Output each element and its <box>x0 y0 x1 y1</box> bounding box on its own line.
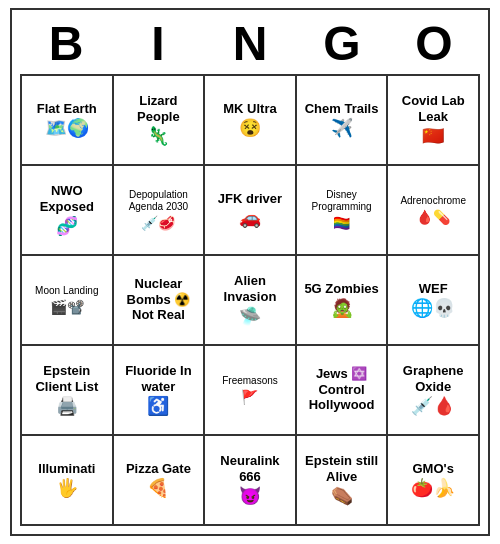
cell-text-16: Fluoride In water <box>117 363 201 394</box>
cell-text-14: WEF <box>419 281 448 297</box>
cell-emoji-14: 🌐💀 <box>411 298 455 320</box>
cell-emoji-5: 🧬 <box>56 216 78 238</box>
cell-text-5: NWO Exposed <box>25 183 109 214</box>
cell-text-15: Epstein Client List <box>25 363 109 394</box>
bingo-cell-1[interactable]: Lizard People🦎 <box>114 76 206 166</box>
cell-text-12: Alien Invasion <box>208 273 292 304</box>
bingo-header: B I N G O <box>20 18 480 71</box>
cell-emoji-21: 🍕 <box>147 478 169 500</box>
bingo-cell-2[interactable]: MK Ultra😵 <box>205 76 297 166</box>
bingo-cell-17[interactable]: Freemasons🚩 <box>205 346 297 436</box>
cell-emoji-15: 🖨️ <box>56 396 78 418</box>
bingo-cell-24[interactable]: GMO's🍅🍌 <box>388 436 480 526</box>
cell-emoji-16: ♿ <box>147 396 169 418</box>
cell-text-20: Illuminati <box>38 461 95 477</box>
bingo-cell-3[interactable]: Chem Trails✈️ <box>297 76 389 166</box>
letter-o: O <box>390 18 478 71</box>
cell-emoji-0: 🗺️🌍 <box>45 118 89 140</box>
bingo-cell-5[interactable]: NWO Exposed🧬 <box>22 166 114 256</box>
cell-text-13: 5G Zombies <box>304 281 378 297</box>
cell-text-21: Pizza Gate <box>126 461 191 477</box>
bingo-cell-10[interactable]: Moon Landing🎬📽️ <box>22 256 114 346</box>
cell-text-23: Epstein still Alive <box>300 453 384 484</box>
cell-text-8: Disney Programming <box>300 189 384 213</box>
bingo-cell-20[interactable]: Illuminati🖐️ <box>22 436 114 526</box>
cell-text-0: Flat Earth <box>37 101 97 117</box>
cell-emoji-13: 🧟 <box>331 298 353 320</box>
bingo-cell-0[interactable]: Flat Earth🗺️🌍 <box>22 76 114 166</box>
cell-emoji-20: 🖐️ <box>56 478 78 500</box>
cell-text-11: Nuclear Bombs ☢️ Not Real <box>117 276 201 323</box>
cell-text-6: Depopulation Agenda 2030 <box>117 189 201 213</box>
bingo-cell-21[interactable]: Pizza Gate🍕 <box>114 436 206 526</box>
cell-emoji-22: 😈 <box>239 486 261 508</box>
cell-text-19: Graphene Oxide <box>391 363 475 394</box>
bingo-cell-11[interactable]: Nuclear Bombs ☢️ Not Real <box>114 256 206 346</box>
cell-text-2: MK Ultra <box>223 101 276 117</box>
bingo-cell-8[interactable]: Disney Programming🏳️‍🌈 <box>297 166 389 256</box>
bingo-cell-13[interactable]: 5G Zombies🧟 <box>297 256 389 346</box>
cell-text-1: Lizard People <box>117 93 201 124</box>
cell-text-3: Chem Trails <box>305 101 379 117</box>
cell-emoji-24: 🍅🍌 <box>411 478 455 500</box>
letter-i: I <box>114 18 202 71</box>
bingo-cell-19[interactable]: Graphene Oxide💉🩸 <box>388 346 480 436</box>
bingo-cell-4[interactable]: Covid Lab Leak🇨🇳 <box>388 76 480 166</box>
cell-emoji-4: 🇨🇳 <box>422 126 444 148</box>
bingo-cell-15[interactable]: Epstein Client List🖨️ <box>22 346 114 436</box>
bingo-cell-9[interactable]: Adrenochrome🩸💊 <box>388 166 480 256</box>
cell-text-18: Jews ✡️ Control Hollywood <box>300 366 384 413</box>
cell-text-17: Freemasons <box>222 375 278 387</box>
cell-text-9: Adrenochrome <box>400 195 466 207</box>
cell-text-22: Neuralink 666 <box>208 453 292 484</box>
cell-emoji-2: 😵 <box>239 118 261 140</box>
cell-text-24: GMO's <box>413 461 454 477</box>
cell-emoji-19: 💉🩸 <box>411 396 455 418</box>
cell-emoji-23: ⚰️ <box>331 486 353 508</box>
bingo-cell-6[interactable]: Depopulation Agenda 2030💉🥩 <box>114 166 206 256</box>
cell-emoji-1: 🦎 <box>147 126 169 148</box>
cell-emoji-12: 🛸 <box>239 306 261 328</box>
bingo-cell-7[interactable]: JFK driver🚗 <box>205 166 297 256</box>
cell-text-10: Moon Landing <box>35 285 98 297</box>
cell-emoji-3: ✈️ <box>331 118 353 140</box>
cell-text-7: JFK driver <box>218 191 282 207</box>
letter-n: N <box>206 18 294 71</box>
bingo-cell-12[interactable]: Alien Invasion🛸 <box>205 256 297 346</box>
bingo-cell-22[interactable]: Neuralink 666😈 <box>205 436 297 526</box>
cell-text-4: Covid Lab Leak <box>391 93 475 124</box>
cell-emoji-17: 🚩 <box>241 389 258 406</box>
bingo-cell-14[interactable]: WEF🌐💀 <box>388 256 480 346</box>
bingo-grid: Flat Earth🗺️🌍Lizard People🦎MK Ultra😵Chem… <box>20 74 480 526</box>
cell-emoji-8: 🏳️‍🌈 <box>333 215 350 232</box>
bingo-cell-18[interactable]: Jews ✡️ Control Hollywood <box>297 346 389 436</box>
cell-emoji-9: 🩸💊 <box>416 209 450 226</box>
letter-b: B <box>22 18 110 71</box>
cell-emoji-10: 🎬📽️ <box>50 299 84 316</box>
cell-emoji-7: 🚗 <box>239 208 261 230</box>
letter-g: G <box>298 18 386 71</box>
bingo-cell-23[interactable]: Epstein still Alive⚰️ <box>297 436 389 526</box>
bingo-cell-16[interactable]: Fluoride In water♿ <box>114 346 206 436</box>
cell-emoji-6: 💉🥩 <box>141 215 175 232</box>
bingo-card: B I N G O Flat Earth🗺️🌍Lizard People🦎MK … <box>10 8 490 537</box>
